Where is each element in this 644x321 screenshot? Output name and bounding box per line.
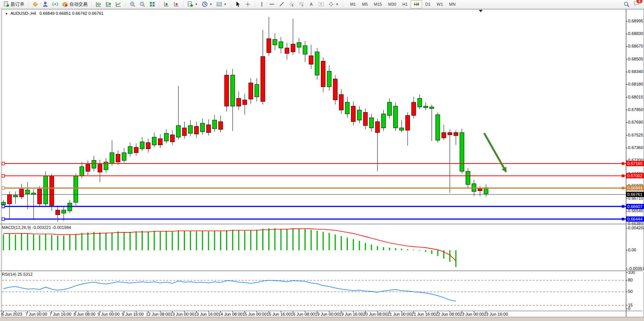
candle[interactable]	[460, 132, 464, 171]
line-anchor-marker[interactable]	[2, 218, 5, 221]
macd-signal-line	[3, 229, 456, 261]
candle[interactable]	[206, 125, 210, 132]
candle[interactable]	[387, 102, 392, 116]
candle[interactable]	[261, 57, 265, 102]
candle[interactable]	[43, 176, 48, 204]
level-price-label: 0.67160	[626, 161, 644, 166]
candle[interactable]	[26, 190, 30, 194]
line-anchor-marker[interactable]	[622, 162, 624, 165]
candle[interactable]	[255, 84, 259, 97]
candle[interactable]	[164, 133, 168, 141]
candle[interactable]	[225, 75, 229, 106]
candle[interactable]	[381, 114, 386, 128]
candle[interactable]	[134, 147, 138, 153]
candle[interactable]	[303, 46, 307, 54]
candle[interactable]	[104, 162, 108, 170]
line-anchor-marker[interactable]	[622, 187, 624, 189]
candle[interactable]	[357, 110, 362, 120]
candle[interactable]	[405, 116, 410, 130]
candle[interactable]	[212, 120, 217, 129]
level-price-label: 0.66444	[626, 216, 644, 222]
candle[interactable]	[411, 102, 416, 116]
line-anchor-marker[interactable]	[2, 187, 5, 189]
collapse-triangle-icon[interactable]: ▼	[5, 12, 8, 16]
candle[interactable]	[400, 128, 404, 130]
candle[interactable]	[321, 61, 325, 87]
macd-pane-separator[interactable]	[0, 224, 642, 224]
candle[interactable]	[375, 122, 379, 133]
candle[interactable]	[297, 43, 301, 47]
candle[interactable]	[466, 171, 470, 184]
line-anchor-marker[interactable]	[2, 205, 5, 208]
candle[interactable]	[128, 146, 132, 153]
trend-arrow-shaft[interactable]	[484, 133, 504, 168]
candle[interactable]	[201, 123, 205, 132]
candle[interactable]	[122, 153, 126, 160]
candle[interactable]	[291, 44, 295, 52]
candle[interactable]	[273, 40, 277, 45]
candle[interactable]	[98, 164, 102, 172]
candle[interactable]	[86, 164, 90, 171]
candle[interactable]	[7, 195, 11, 204]
candle[interactable]	[279, 42, 283, 48]
candle[interactable]	[418, 99, 422, 107]
candle[interactable]	[56, 210, 60, 215]
candle[interactable]	[369, 118, 373, 128]
candle[interactable]	[62, 210, 66, 213]
candle[interactable]	[49, 176, 54, 205]
candle[interactable]	[110, 153, 114, 164]
line-anchor-marker[interactable]	[622, 175, 624, 177]
candle[interactable]	[315, 52, 319, 75]
candle[interactable]	[19, 189, 24, 197]
candle[interactable]	[74, 176, 78, 202]
time-axis-label: 13 Jun 00:00	[170, 312, 194, 316]
candle[interactable]	[454, 132, 458, 135]
level-price-label: 0.66844	[626, 185, 644, 191]
candle[interactable]	[394, 106, 398, 128]
line-anchor-marker[interactable]	[622, 218, 624, 220]
candle[interactable]	[146, 143, 150, 149]
candle[interactable]	[152, 137, 156, 145]
candle[interactable]	[339, 95, 343, 110]
candle[interactable]	[176, 126, 180, 137]
candle[interactable]	[351, 106, 355, 122]
line-anchor-marker[interactable]	[2, 162, 5, 165]
candle[interactable]	[345, 102, 349, 114]
candle[interactable]	[116, 154, 120, 162]
candle[interactable]	[140, 142, 144, 149]
candle[interactable]	[170, 135, 174, 142]
candle[interactable]	[333, 79, 337, 100]
candle[interactable]	[182, 128, 187, 135]
candle[interactable]	[249, 83, 253, 99]
candle[interactable]	[267, 39, 271, 53]
rsi-pane-separator[interactable]	[0, 270, 642, 271]
candle[interactable]	[285, 48, 289, 53]
chart-shift-marker[interactable]	[479, 10, 483, 12]
candle[interactable]	[237, 99, 241, 106]
time-axis-label: 20 Jun 08:00	[363, 312, 387, 316]
candle[interactable]	[231, 75, 235, 106]
candle[interactable]	[448, 132, 452, 135]
candle[interactable]	[478, 188, 482, 191]
candle[interactable]	[430, 107, 434, 108]
candle[interactable]	[92, 160, 96, 168]
candle[interactable]	[38, 189, 42, 204]
candle[interactable]	[194, 126, 199, 134]
candle[interactable]	[424, 106, 428, 108]
rsi-indicator-label: RSI(14) 25.5312	[2, 272, 33, 277]
candle[interactable]	[363, 112, 368, 126]
candle[interactable]	[80, 167, 84, 176]
line-anchor-marker[interactable]	[2, 175, 5, 177]
candle[interactable]	[158, 139, 163, 145]
candle[interactable]	[309, 56, 313, 64]
line-anchor-marker[interactable]	[622, 205, 624, 208]
candle[interactable]	[188, 126, 193, 133]
chart-canvas[interactable]	[0, 0, 644, 321]
candle[interactable]	[243, 100, 247, 105]
candle[interactable]	[442, 132, 446, 138]
candle[interactable]	[436, 115, 440, 140]
candle[interactable]	[2, 202, 6, 205]
candle[interactable]	[327, 71, 331, 87]
candle[interactable]	[13, 195, 18, 197]
candle[interactable]	[218, 122, 223, 129]
